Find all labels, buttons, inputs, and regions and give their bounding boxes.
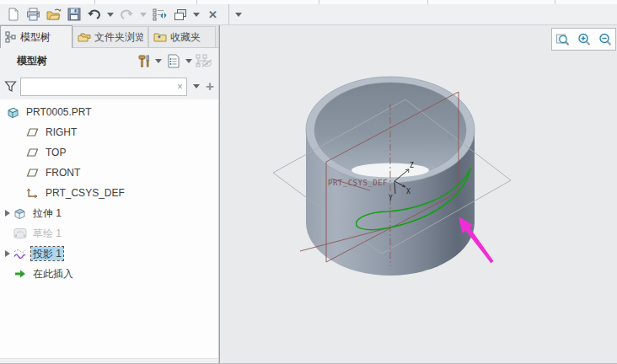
navigator-panel: 模型树 文件夹浏览器 * (0, 25, 219, 364)
undo-icon (87, 8, 101, 21)
model-scene: Z X Y PRT_CSYS_DEF (220, 25, 617, 364)
tree-item-label: 拉伸 1 (31, 206, 63, 220)
tree-item-sketch[interactable]: 草绘 1 (0, 223, 218, 244)
tree-item-extrude[interactable]: 拉伸 1 (0, 203, 218, 223)
sketch-icon (13, 228, 27, 239)
new-document-button[interactable] (3, 6, 23, 24)
print-button[interactable] (24, 6, 43, 24)
tree-item-projection[interactable]: 投影 1 (0, 244, 218, 264)
tree-item-label: PRT_CSYS_DEF (44, 186, 126, 200)
model-tree-icon (5, 31, 17, 43)
model-tree: PRT0005.PRT RIGHT TOP (0, 99, 218, 364)
add-filter-button[interactable]: + (206, 79, 214, 94)
open-folder-icon (46, 8, 62, 21)
axis-label-z: Z (410, 162, 414, 169)
tree-show-hide-button[interactable] (195, 51, 213, 70)
close-icon: ✕ (208, 9, 217, 20)
clear-filter-icon[interactable]: × (177, 82, 183, 92)
tree-item-part[interactable]: PRT0005.PRT (0, 102, 218, 122)
expand-arrow-icon[interactable] (2, 250, 13, 257)
tree-item-label: 投影 1 (31, 247, 63, 260)
save-button[interactable] (64, 6, 83, 24)
box-zoom-icon (555, 32, 571, 47)
zoom-out-button[interactable] (596, 30, 614, 49)
tools-icon (137, 54, 151, 68)
main-content: 模型树 文件夹浏览器 * (0, 25, 617, 364)
tab-label: 文件夹浏览器 (94, 30, 143, 45)
horizontal-scrollbar[interactable] (0, 358, 218, 364)
tab-folder-browser[interactable]: 文件夹浏览器 (72, 26, 148, 47)
save-icon (67, 8, 81, 21)
projection-icon (13, 248, 27, 260)
favorites-icon: * (153, 31, 167, 43)
tree-item-label: 在此插入 (31, 267, 75, 281)
filter-funnel-icon (4, 80, 17, 93)
graphics-viewport[interactable]: Z X Y PRT_CSYS_DEF (219, 25, 617, 364)
navigator-tabs: 模型树 文件夹浏览器 * (0, 25, 218, 48)
tree-item-label: RIGHT (44, 126, 78, 139)
tree-settings-dropdown[interactable] (185, 59, 192, 63)
windows-dropdown[interactable] (193, 13, 200, 17)
folder-browser-icon (78, 31, 91, 43)
tree-tools-dropdown[interactable] (155, 59, 162, 63)
tree-filter-input[interactable] (24, 80, 177, 94)
main-toolbar: ✕ (0, 4, 617, 25)
refresh-tree-icon (153, 8, 167, 21)
part-cube-icon (6, 106, 20, 119)
tree-filter-row: × + (0, 73, 218, 99)
new-document-icon (7, 8, 20, 21)
datum-plane-icon (25, 168, 40, 178)
axis-label-y: Y (389, 195, 393, 202)
datum-plane-icon (25, 147, 40, 158)
print-icon (26, 8, 40, 21)
close-button[interactable]: ✕ (203, 6, 223, 24)
windows-icon (174, 8, 187, 21)
tree-filter-field: × (20, 78, 187, 96)
panel-title: 模型树 (17, 54, 47, 68)
box-zoom-button[interactable] (554, 30, 572, 49)
toolbar-separator (228, 4, 229, 25)
zoom-out-icon (598, 32, 613, 47)
tree-item-label: TOP (44, 146, 67, 159)
open-button[interactable] (44, 6, 63, 24)
csys-icon (25, 187, 40, 199)
tree-settings-button[interactable] (164, 51, 183, 70)
undo-button[interactable] (84, 6, 104, 24)
filter-options-dropdown[interactable] (193, 84, 200, 88)
tree-item-csys[interactable]: PRT_CSYS_DEF (0, 183, 218, 203)
tab-favorites[interactable]: * 收藏夹 (148, 26, 216, 47)
extrude-icon (13, 207, 27, 220)
zoom-in-button[interactable] (575, 30, 593, 49)
csys-label[interactable]: PRT_CSYS_DEF (328, 179, 388, 187)
tab-model-tree[interactable]: 模型树 (0, 25, 72, 48)
tree-item-label: 草绘 1 (31, 227, 63, 240)
undo-dropdown[interactable] (107, 13, 114, 17)
show-hide-tree-icon (196, 54, 212, 68)
insert-here-icon (13, 269, 27, 279)
application-window: ✕ 模型树 (0, 0, 617, 364)
tree-item-top-plane[interactable]: TOP (0, 142, 218, 163)
redo-dropdown[interactable] (140, 13, 147, 17)
expand-arrow-icon[interactable] (2, 210, 13, 217)
zoom-in-icon (577, 32, 592, 47)
tab-label: 收藏夹 (170, 30, 201, 45)
viewport-zoom-toolbar (551, 28, 616, 51)
tree-tools-button[interactable] (134, 51, 153, 70)
tree-item-insert-here[interactable]: 在此插入 (0, 264, 218, 284)
model-tree-header: 模型树 (0, 48, 218, 73)
datum-plane-icon (25, 127, 40, 137)
refresh-tree-button[interactable] (150, 6, 169, 24)
axis-label-x: X (406, 188, 410, 195)
tree-item-front-plane[interactable]: FRONT (0, 163, 218, 183)
windows-button[interactable] (170, 6, 190, 24)
redo-button[interactable] (117, 6, 137, 24)
tree-item-right-plane[interactable]: RIGHT (0, 122, 218, 142)
svg-text:*: * (158, 34, 161, 42)
tree-item-label: PRT0005.PRT (24, 105, 94, 119)
redo-icon (120, 8, 134, 21)
toolbar-overflow-dropdown[interactable] (235, 13, 242, 17)
tab-label: 模型树 (20, 30, 51, 45)
list-settings-icon (167, 54, 180, 68)
tree-item-label: FRONT (44, 166, 82, 179)
